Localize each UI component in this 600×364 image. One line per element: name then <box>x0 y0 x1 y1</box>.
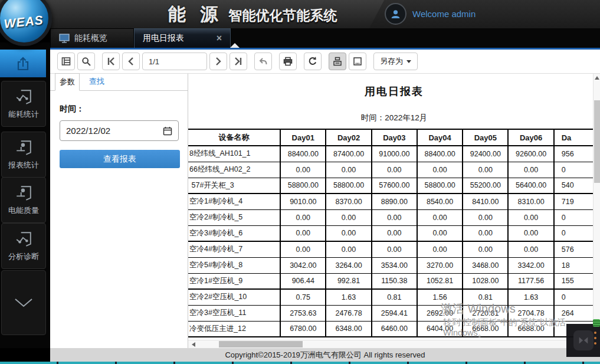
column-header: 设备名称 <box>188 129 280 146</box>
value-cell: 6668.00 <box>463 321 508 337</box>
calendar-icon[interactable] <box>163 126 172 136</box>
value-cell: 92400.00 <box>463 146 508 162</box>
last-page-button[interactable] <box>229 53 247 70</box>
value-cell: 58800.00 <box>280 178 326 194</box>
value-cell: 2753.63 <box>280 305 326 321</box>
value-cell: 1.63 <box>326 289 371 305</box>
print-button[interactable] <box>279 53 297 70</box>
tab-label: 能耗概览 <box>74 33 107 44</box>
value-cell: 2720.81 <box>463 305 508 321</box>
device-name-cell: 空冷2#制冷机_5 <box>188 209 280 225</box>
app-header: 能 源 智能优化节能系统 Welcome admin <box>0 0 600 28</box>
sidebar-item-label: 报表统计 <box>8 160 39 170</box>
params-tabs: 参数 查找 <box>50 74 188 91</box>
monitor-icon <box>59 34 70 43</box>
device-name-cell: 空冷5#制冷机_8 <box>188 257 280 273</box>
value-cell: 0.00 <box>463 209 508 225</box>
value-cell-clipped: 0 <box>554 225 598 241</box>
save-as-label: 另存为 <box>380 56 403 67</box>
next-page-button[interactable] <box>209 53 227 70</box>
sidebar-export-button[interactable] <box>0 50 46 77</box>
table-row: 空冷3#空压机_112753.632476.782594.412692.0027… <box>188 305 598 321</box>
date-input[interactable]: 2022/12/02 <box>60 120 179 141</box>
value-cell: 3468.00 <box>463 257 508 273</box>
table-row: 空冷2#空压机_100.751.630.811.560.811.630 <box>188 289 598 305</box>
welcome-text: Welcome admin <box>412 9 476 19</box>
device-name-cell: 66经纬线_AH02_2 <box>188 162 280 178</box>
recorder-dots-icon <box>594 332 596 345</box>
value-cell: 0.00 <box>280 162 326 178</box>
table-row: 66经纬线_AH02_20.000.000.000.000.000.000 <box>188 162 598 178</box>
chart-wave-icon <box>15 231 32 247</box>
value-cell: 55200.00 <box>463 178 508 194</box>
tab-find[interactable]: 查找 <box>89 76 104 90</box>
user-avatar-icon[interactable] <box>385 3 406 25</box>
value-cell: 0.00 <box>508 225 553 241</box>
sidebar-item-report-stats[interactable]: 报表统计 <box>1 132 46 178</box>
value-cell: 0.00 <box>326 162 371 178</box>
prev-page-button[interactable] <box>122 53 140 70</box>
value-cell-clipped: 956 <box>554 146 598 162</box>
sidebar-expand-button[interactable] <box>1 270 46 335</box>
app-window: 能 源 智能优化节能系统 Welcome admin WEAS <box>0 0 600 364</box>
recorder-play-button[interactable] <box>573 330 594 350</box>
horizontal-scrollbar-thumb[interactable] <box>219 341 303 347</box>
value-cell: 3342.00 <box>508 257 553 273</box>
value-cell: 1052.81 <box>417 273 463 289</box>
value-cell: 6348.00 <box>326 321 371 337</box>
sidebar-item-analysis[interactable]: 分析诊断 <box>1 223 46 269</box>
table-row: 空冷2#制冷机_50.000.000.000.000.000.000 <box>188 209 598 225</box>
value-cell-clipped: 264 <box>554 305 598 321</box>
vertical-scrollbar-thumb[interactable] <box>594 100 600 183</box>
value-cell: 1150.38 <box>372 273 417 289</box>
horizontal-scrollbar[interactable] <box>188 340 593 348</box>
value-cell: 1.56 <box>417 289 463 305</box>
value-cell: 91000.00 <box>372 146 417 162</box>
value-cell: 0.00 <box>508 209 553 225</box>
tab-energy-overview[interactable]: 能耗概览 <box>50 28 134 48</box>
view-report-button[interactable]: 查看报表 <box>60 150 180 168</box>
column-header: Day02 <box>326 129 371 146</box>
value-cell: 8310.00 <box>508 194 553 209</box>
taskbar-strip <box>0 362 600 364</box>
page-setup-button[interactable] <box>349 53 366 70</box>
toggle-params-panel-button[interactable] <box>57 53 75 70</box>
app-title: 能 源 智能优化节能系统 <box>168 2 337 27</box>
tab-params[interactable]: 参数 <box>55 73 80 91</box>
column-header: Day01 <box>280 129 326 146</box>
device-name-cell: 空冷3#制冷机_6 <box>188 225 280 241</box>
back-button[interactable] <box>254 53 272 70</box>
scroll-left-arrow-icon[interactable] <box>192 342 195 347</box>
value-cell: 0.00 <box>372 225 417 241</box>
user-info: Welcome admin <box>385 3 476 25</box>
sidebar-item-power-quality[interactable]: 电能质量 <box>1 177 46 223</box>
footer: Copyright©2015-2019万洲电气有限公司 All rights r… <box>50 348 600 362</box>
value-cell: 0.00 <box>417 162 463 178</box>
save-as-button[interactable]: 另存为 <box>373 53 418 70</box>
close-icon[interactable]: × <box>217 33 222 44</box>
device-name-cell: 8经纬线_AH101_1 <box>188 146 280 162</box>
weas-logo-text: WEAS <box>3 13 44 31</box>
table-row: 空冷1#空压机_9906.44992.811150.381052.811028.… <box>188 273 598 289</box>
value-cell-clipped: 540 <box>554 178 598 194</box>
vertical-scrollbar[interactable] <box>593 74 600 340</box>
weas-logo: WEAS <box>0 0 52 46</box>
print-layout-button[interactable] <box>329 53 346 70</box>
sidebar-item-energy-stats[interactable]: 能耗统计 <box>1 81 46 127</box>
export-icon <box>14 55 32 73</box>
value-cell: 8890.00 <box>372 194 417 209</box>
sidebar-item-label: 分析诊断 <box>8 251 39 262</box>
refresh-button[interactable] <box>304 53 322 70</box>
value-cell-clipped: 576 <box>554 241 598 257</box>
device-name-cell: 空冷3#空压机_11 <box>188 305 280 321</box>
first-page-button[interactable] <box>102 53 120 70</box>
value-cell: 0.00 <box>508 241 553 257</box>
sidebar: 能耗统计 报表统计 电能质量 <box>0 42 50 362</box>
chevron-down-icon <box>11 296 37 309</box>
scroll-up-arrow-icon[interactable] <box>595 76 599 80</box>
value-cell: 3042.00 <box>280 257 326 273</box>
search-button[interactable] <box>77 53 95 70</box>
tab-daily-report[interactable]: 用电日报表 × <box>134 28 231 48</box>
value-cell: 0.00 <box>326 225 371 241</box>
page-number-input[interactable] <box>142 53 207 70</box>
